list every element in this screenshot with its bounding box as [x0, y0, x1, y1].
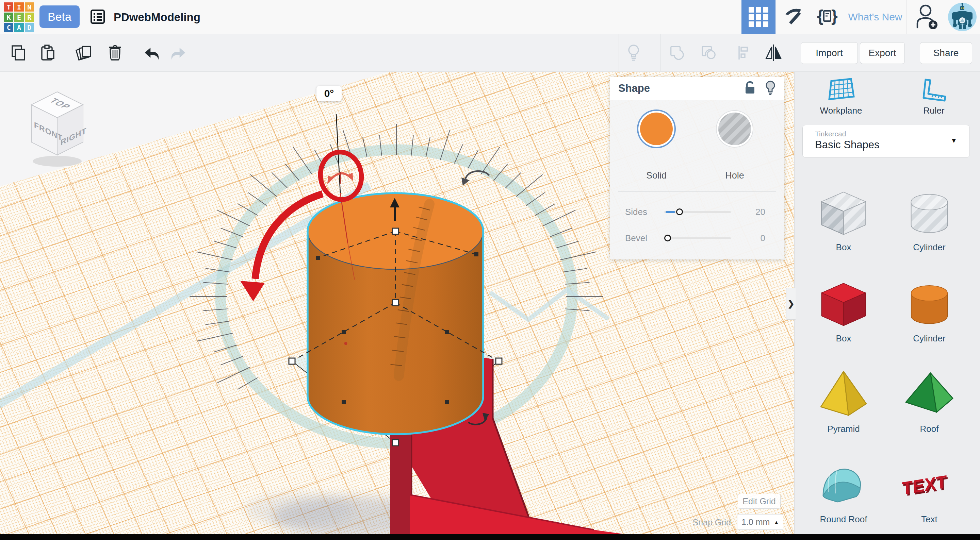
robot-avatar-image [948, 3, 977, 31]
ruler-icon [920, 78, 949, 103]
snap-grid-label: Snap Grid [680, 518, 731, 527]
align-icon [735, 44, 753, 62]
slider-row-sides: Sides 20 [610, 205, 784, 219]
shape-library-dropdown[interactable]: Tinkercad Basic Shapes ▼ [802, 125, 970, 158]
group-button[interactable] [668, 44, 686, 62]
box-icon [815, 275, 872, 333]
avatar[interactable] [948, 3, 977, 31]
rotation-angle-badge: 0° [317, 86, 342, 101]
design-menu-button[interactable] [89, 9, 106, 26]
copy-button[interactable] [10, 44, 27, 62]
shape-cylinder[interactable]: Cylinder [887, 275, 972, 353]
text-shape-icon: TEXT TEXT [900, 456, 958, 513]
roof-icon [900, 365, 958, 423]
duplicate-button[interactable] [75, 44, 92, 62]
snap-grid-dropdown[interactable]: 1.0 mm ▲ [737, 514, 783, 530]
slider-row-segments: Segments 1 [610, 257, 784, 259]
cylinder-icon [900, 275, 958, 333]
add-user-button[interactable] [906, 0, 947, 34]
svg-text:}: } [831, 7, 838, 25]
mirror-button[interactable] [765, 44, 783, 62]
shape-inspector-panel: Shape Solid Hole Sides 20 [610, 77, 784, 259]
whats-new-link[interactable]: What's New [844, 0, 906, 34]
redo-icon [169, 44, 187, 62]
ruler-tool[interactable]: Ruler [888, 71, 980, 122]
bottom-bar [0, 534, 980, 540]
header-actions: { } What's New [741, 0, 980, 34]
grid-view-icon [749, 7, 768, 27]
codeblocks-button[interactable]: { } [810, 0, 844, 34]
tinkercad-logo[interactable]: TINKERCAD [4, 2, 34, 32]
bulb-icon [625, 43, 642, 62]
show-all-button[interactable] [625, 44, 643, 62]
beta-badge: Beta [40, 5, 80, 28]
align-button[interactable] [735, 44, 753, 62]
list-icon [89, 8, 106, 26]
chevron-right-icon: ❯ [788, 299, 794, 308]
dashboard-grid-button[interactable] [741, 0, 775, 34]
export-button[interactable]: Export [860, 42, 905, 64]
codeblocks-icon: { } [815, 5, 840, 29]
minecraft-export-button[interactable] [775, 0, 810, 34]
lock-open-icon[interactable] [743, 81, 756, 96]
slider-row-bevel: Bevel 0 [610, 232, 784, 245]
workplane-tool[interactable]: Workplane [795, 71, 888, 122]
solid-swatch[interactable] [640, 113, 673, 145]
bevel-slider-track[interactable] [664, 237, 731, 239]
rotate-handle-right[interactable] [461, 171, 489, 186]
redo-button[interactable] [169, 44, 187, 62]
edit-grid-button[interactable]: Edit Grid [738, 494, 781, 509]
add-user-icon [915, 3, 939, 31]
paste-icon [39, 44, 56, 62]
workplane-icon [827, 78, 856, 103]
shape-hole-cylinder[interactable]: Cylinder [887, 184, 972, 262]
bevel-slider-knob[interactable] [664, 235, 671, 241]
sidebar-collapse-button[interactable]: ❯ [786, 287, 795, 320]
mirror-icon [765, 43, 783, 62]
undo-button[interactable] [143, 44, 161, 62]
hole-box-icon [815, 184, 872, 241]
ungroup-button[interactable] [700, 44, 717, 62]
round-roof-icon [815, 456, 872, 513]
copy-icon [10, 44, 27, 62]
shape-hole-box[interactable]: Box [801, 184, 886, 262]
bulb-icon[interactable] [765, 80, 776, 97]
pyramid-icon [815, 365, 872, 423]
chevron-up-icon: ▲ [774, 519, 779, 525]
shape-pyramid[interactable]: Pyramid [801, 365, 886, 443]
design-title[interactable]: PDwebModeling [114, 11, 200, 24]
header: TINKERCAD Beta PDwebModeling { } [0, 0, 980, 34]
duplicate-icon [75, 43, 92, 62]
group-icon [668, 43, 686, 62]
shape-box[interactable]: Box [801, 275, 886, 353]
shape-text[interactable]: TEXT TEXT Text [887, 456, 972, 534]
view-cube[interactable]: TOP FRONT RIGHT [24, 87, 92, 172]
share-button[interactable]: Share [920, 42, 972, 64]
import-button[interactable]: Import [801, 42, 858, 64]
delete-button[interactable] [106, 44, 124, 62]
hole-cylinder-icon [900, 184, 958, 241]
solid-label: Solid [640, 170, 673, 181]
shapes-sidebar: Workplane Ruler Tinkercad Basic Shapes ▼… [794, 71, 980, 534]
svg-text:{: { [817, 7, 824, 25]
chevron-down-icon: ▼ [950, 137, 957, 145]
pickaxe-icon [782, 5, 804, 29]
shape-round-roof[interactable]: Round Roof [801, 456, 886, 534]
svg-text:TEXT: TEXT [902, 472, 947, 499]
sides-slider-knob[interactable] [676, 208, 683, 215]
ungroup-icon [700, 43, 717, 62]
delete-icon [106, 44, 124, 62]
panel-title: Shape [618, 82, 743, 95]
shape-roof[interactable]: Roof [887, 365, 972, 443]
edit-toolbar: Import Export Share [0, 34, 980, 72]
undo-icon [143, 44, 161, 62]
ring-reflection [490, 290, 608, 320]
hole-label: Hole [718, 170, 751, 181]
paste-button[interactable] [39, 44, 56, 62]
hole-swatch[interactable] [718, 113, 751, 145]
